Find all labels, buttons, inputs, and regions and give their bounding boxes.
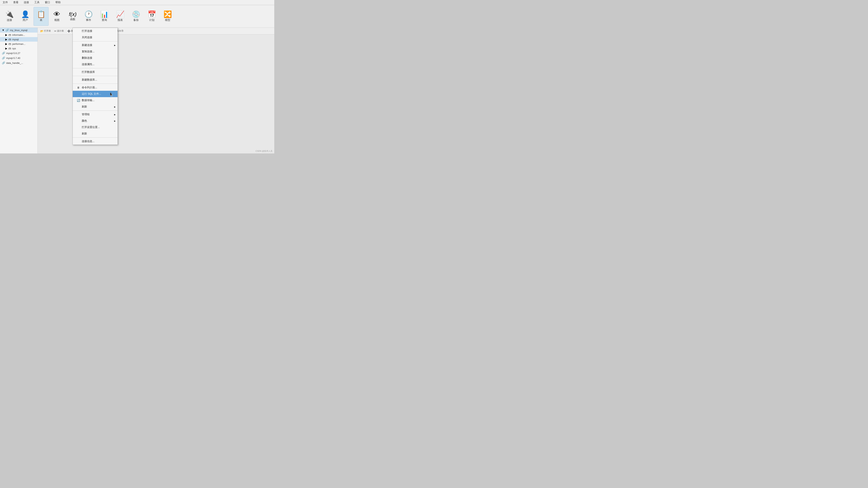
- query-icon: 📊: [100, 11, 109, 18]
- separator-3: [73, 76, 118, 76]
- event-label: 事件: [86, 19, 91, 22]
- menu-copy-connection[interactable]: 复制连接...: [73, 48, 118, 55]
- connect-icon: 🔌: [5, 11, 14, 18]
- data-transfer-label: 数据传输...: [82, 99, 95, 102]
- toolbar: 🔌 连接 👤 用户 📋 表 👁 视图 f(x) 函数 🕐 事件 📊 查询 📈 报…: [0, 5, 274, 28]
- schedule-icon: 📅: [148, 11, 156, 18]
- conn-icon-5627: 🔗: [2, 52, 5, 55]
- menu-refresh[interactable]: 刷新: [73, 103, 118, 110]
- toolbar-report[interactable]: 📈 报表: [113, 7, 128, 26]
- toolbar-view[interactable]: 👁 视图: [49, 7, 64, 26]
- copy-conn-label: 复制连接...: [82, 50, 95, 53]
- schedule-label: 计划: [149, 19, 154, 22]
- db-icon-sys: ▶: [5, 47, 7, 50]
- toolbar-table[interactable]: 📋 表: [34, 7, 49, 26]
- sidebar-connection[interactable]: ▼ 🔗 my_linux_mysql: [0, 28, 37, 33]
- menu-manage-group[interactable]: 管理组: [73, 111, 118, 118]
- separator-5: [73, 110, 118, 111]
- menu-run-sql[interactable]: 运行 SQL 文件...: [73, 91, 118, 97]
- db-label-mysql: mysql: [12, 38, 19, 41]
- separator-1: [73, 41, 118, 41]
- data-transfer-icon: 🔄: [76, 99, 80, 102]
- conn-icon-data: 🔗: [2, 61, 5, 64]
- cmd-line-label: 命令列介面...: [82, 86, 97, 89]
- menu-refresh2[interactable]: 刷新: [73, 130, 118, 137]
- connection-label: my_linux_mysql: [10, 29, 27, 32]
- menu-help[interactable]: 帮助: [55, 0, 61, 4]
- db-folder-icon: 🗃: [8, 33, 11, 36]
- connection-db-icon: 🔗: [6, 29, 9, 32]
- conn-label-5627: mysql-5.6.27: [6, 52, 20, 55]
- conn-info-label: 连接信息...: [82, 140, 95, 143]
- sidebar: ▼ 🔗 my_linux_mysql ▶ 🗃 informatio... ▶ 🗃…: [0, 28, 38, 154]
- menu-connection-props[interactable]: 连接属性...: [73, 61, 118, 68]
- sidebar-conn-5740[interactable]: 🔗 mysql-5.7.40: [0, 56, 37, 60]
- menu-close-connection[interactable]: 关闭连接: [73, 34, 118, 41]
- db-icon-perf: ▶: [5, 42, 7, 45]
- db-folder-sys: 🗃: [8, 47, 11, 50]
- toolbar-backup[interactable]: 💿 备份: [128, 7, 144, 26]
- toolbar-connect[interactable]: 🔌 连接: [2, 7, 17, 26]
- connect-label: 连接: [7, 19, 12, 22]
- view-icon: 👁: [54, 11, 60, 18]
- open-db-label: 打开数据库: [82, 70, 95, 74]
- sidebar-item-mysql[interactable]: ▶ 🗃 mysql: [0, 37, 37, 42]
- menu-command-line[interactable]: 🖥 命令列介面...: [73, 84, 118, 91]
- close-conn-label: 关闭连接: [82, 36, 92, 39]
- model-label: 模型: [165, 19, 170, 22]
- new-db-label: 新建数据库...: [82, 78, 97, 82]
- menu-window[interactable]: 窗口: [44, 0, 51, 4]
- event-icon: 🕐: [84, 11, 93, 18]
- menu-file[interactable]: 文件: [2, 0, 9, 4]
- menu-connection-info[interactable]: 连接信息...: [73, 138, 118, 144]
- delete-conn-label: 删除连接: [82, 56, 92, 60]
- conn-props-label: 连接属性...: [82, 63, 95, 66]
- open-settings-label: 打开设置位置...: [82, 126, 100, 129]
- db-folder-perf: 🗃: [8, 42, 11, 45]
- report-label: 报表: [118, 19, 123, 22]
- conn-icon-5740: 🔗: [2, 57, 5, 60]
- toolbar-user[interactable]: 👤 用户: [18, 7, 33, 26]
- menu-open-settings[interactable]: 打开设置位置...: [73, 124, 118, 130]
- sidebar-conn-data[interactable]: 🔗 data_handle_...: [0, 60, 37, 65]
- menu-delete-connection[interactable]: 删除连接: [73, 55, 118, 61]
- connection-expand-icon: ▼: [2, 29, 4, 32]
- report-icon: 📈: [116, 11, 125, 18]
- menu-new-connection[interactable]: 新建连接: [73, 42, 118, 48]
- menu-connect[interactable]: 连接: [23, 0, 30, 4]
- new-conn-label: 新建连接: [82, 43, 92, 47]
- content-area: 📂 打开表 ✏ 设计表 ➕ 新建表 🗑 删除表 📥 导入向导 📤 导出向导: [38, 28, 274, 154]
- separator-6: [73, 137, 118, 138]
- main-area: ▼ 🔗 my_linux_mysql ▶ 🗃 informatio... ▶ 🗃…: [0, 28, 274, 154]
- sidebar-item-performance[interactable]: ▶ 🗃 performan...: [0, 42, 37, 46]
- db-label-perf: performan...: [12, 42, 25, 45]
- context-menu: 打开连接 关闭连接 新建连接 复制连接... 删除连接: [72, 28, 118, 145]
- menu-open-connection[interactable]: 打开连接: [73, 28, 118, 34]
- toolbar-function[interactable]: f(x) 函数: [65, 7, 80, 26]
- menu-new-database[interactable]: 新建数据库...: [73, 77, 118, 83]
- menu-view[interactable]: 查看: [12, 0, 19, 4]
- context-menu-overlay: 打开连接 关闭连接 新建连接 复制连接... 删除连接: [38, 28, 274, 154]
- db-folder-mysql: 🗃: [8, 38, 11, 41]
- function-icon: f(x): [69, 12, 76, 17]
- sidebar-item-sys[interactable]: ▶ 🗃 sys: [0, 46, 37, 51]
- conn-label-5740: mysql-5.7.40: [6, 57, 20, 60]
- run-sql-label: 运行 SQL 文件...: [82, 92, 101, 96]
- menu-tools[interactable]: 工具: [34, 0, 40, 4]
- open-conn-label: 打开连接: [82, 29, 92, 33]
- menu-data-transfer[interactable]: 🔄 数据传输...: [73, 97, 118, 103]
- sidebar-item-information[interactable]: ▶ 🗃 informatio...: [0, 33, 37, 37]
- model-icon: 🔀: [163, 11, 172, 18]
- toolbar-schedule[interactable]: 📅 计划: [144, 7, 159, 26]
- toolbar-model[interactable]: 🔀 模型: [160, 7, 175, 26]
- menu-open-database[interactable]: 打开数据库: [73, 69, 118, 75]
- toolbar-event[interactable]: 🕐 事件: [81, 7, 96, 26]
- toolbar-query[interactable]: 📊 查询: [97, 7, 112, 26]
- query-label: 查询: [102, 19, 107, 22]
- backup-icon: 💿: [132, 11, 140, 18]
- db-icon-mysql: ▶: [5, 38, 7, 41]
- menu-color[interactable]: 颜色: [73, 118, 118, 124]
- cmd-line-icon: 🖥: [76, 86, 80, 89]
- conn-label-data: data_handle_...: [6, 62, 23, 64]
- sidebar-conn-5627[interactable]: 🔗 mysql-5.6.27: [0, 51, 37, 56]
